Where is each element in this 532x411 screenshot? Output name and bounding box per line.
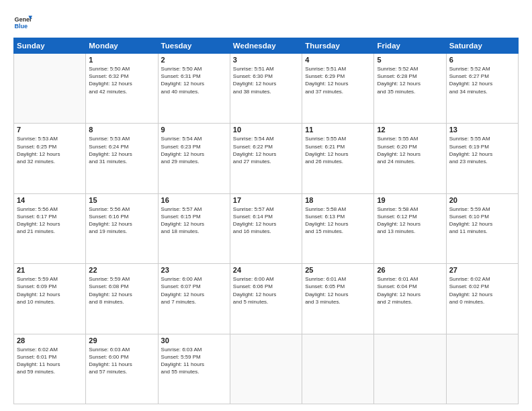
calendar-cell: 11Sunrise: 5:55 AM Sunset: 6:21 PM Dayli… [302,124,374,193]
day-number: 21 [17,266,83,274]
calendar-cell: 21Sunrise: 5:59 AM Sunset: 6:09 PM Dayli… [14,264,86,334]
weekday-header-monday: Monday [86,38,158,54]
page: General Blue SundayMondayTuesdayWednesda… [0,0,532,411]
day-number: 14 [17,196,83,204]
day-number: 16 [161,196,227,204]
weekday-header-tuesday: Tuesday [158,38,230,54]
day-info: Sunrise: 5:59 AM Sunset: 6:09 PM Dayligh… [17,275,83,306]
day-info: Sunrise: 5:55 AM Sunset: 6:20 PM Dayligh… [377,135,443,165]
day-info: Sunrise: 6:03 AM Sunset: 5:59 PM Dayligh… [161,346,227,376]
day-info: Sunrise: 5:53 AM Sunset: 6:25 PM Dayligh… [17,135,83,165]
day-info: Sunrise: 6:03 AM Sunset: 6:00 PM Dayligh… [89,346,154,376]
day-info: Sunrise: 6:00 AM Sunset: 6:07 PM Dayligh… [161,275,227,306]
logo-icon: General Blue [13,12,32,31]
day-info: Sunrise: 5:52 AM Sunset: 6:28 PM Dayligh… [377,65,443,95]
calendar-cell: 28Sunrise: 6:02 AM Sunset: 6:01 PM Dayli… [14,334,86,404]
calendar-week-2: 7Sunrise: 5:53 AM Sunset: 6:25 PM Daylig… [14,124,519,193]
calendar-cell: 8Sunrise: 5:53 AM Sunset: 6:24 PM Daylig… [86,124,158,193]
weekday-header-sunday: Sunday [14,38,86,54]
calendar-cell: 29Sunrise: 6:03 AM Sunset: 6:00 PM Dayli… [86,334,158,404]
calendar-cell: 26Sunrise: 6:01 AM Sunset: 6:04 PM Dayli… [374,264,446,334]
day-number: 25 [305,266,371,274]
day-number: 28 [17,336,83,345]
day-info: Sunrise: 5:54 AM Sunset: 6:22 PM Dayligh… [233,135,299,165]
day-number: 11 [305,126,371,134]
day-number: 10 [233,126,299,134]
day-number: 26 [377,266,443,274]
calendar-cell: 25Sunrise: 6:01 AM Sunset: 6:05 PM Dayli… [302,264,374,334]
day-info: Sunrise: 5:52 AM Sunset: 6:27 PM Dayligh… [449,65,515,95]
day-info: Sunrise: 5:59 AM Sunset: 6:10 PM Dayligh… [449,205,515,236]
calendar-week-4: 21Sunrise: 5:59 AM Sunset: 6:09 PM Dayli… [14,264,519,334]
day-info: Sunrise: 5:59 AM Sunset: 6:08 PM Dayligh… [89,275,154,306]
calendar-cell: 24Sunrise: 6:00 AM Sunset: 6:06 PM Dayli… [230,264,302,334]
calendar-cell: 2Sunrise: 5:50 AM Sunset: 6:31 PM Daylig… [158,54,230,124]
calendar-cell: 19Sunrise: 5:58 AM Sunset: 6:12 PM Dayli… [374,193,446,263]
calendar-cell [14,54,86,124]
calendar-cell: 4Sunrise: 5:51 AM Sunset: 6:29 PM Daylig… [302,54,374,124]
header: General Blue [13,12,519,31]
day-info: Sunrise: 5:50 AM Sunset: 6:31 PM Dayligh… [161,65,227,95]
svg-text:Blue: Blue [14,23,28,30]
calendar-cell: 13Sunrise: 5:55 AM Sunset: 6:19 PM Dayli… [446,124,518,193]
day-info: Sunrise: 5:55 AM Sunset: 6:19 PM Dayligh… [449,135,515,165]
day-info: Sunrise: 5:50 AM Sunset: 6:32 PM Dayligh… [89,65,154,95]
calendar-week-3: 14Sunrise: 5:56 AM Sunset: 6:17 PM Dayli… [14,193,519,263]
weekday-header-thursday: Thursday [302,38,374,54]
day-info: Sunrise: 5:54 AM Sunset: 6:23 PM Dayligh… [161,135,227,165]
day-number: 30 [161,336,227,345]
day-info: Sunrise: 5:51 AM Sunset: 6:29 PM Dayligh… [305,65,371,95]
calendar-cell: 23Sunrise: 6:00 AM Sunset: 6:07 PM Dayli… [158,264,230,334]
day-number: 3 [233,56,299,64]
day-number: 8 [89,126,154,134]
day-number: 12 [377,126,443,134]
calendar-cell [374,334,446,404]
calendar-cell: 9Sunrise: 5:54 AM Sunset: 6:23 PM Daylig… [158,124,230,193]
calendar-cell: 15Sunrise: 5:56 AM Sunset: 6:16 PM Dayli… [86,193,158,263]
day-info: Sunrise: 5:51 AM Sunset: 6:30 PM Dayligh… [233,65,299,95]
calendar-cell: 20Sunrise: 5:59 AM Sunset: 6:10 PM Dayli… [446,193,518,263]
calendar-cell [302,334,374,404]
day-number: 18 [305,196,371,204]
calendar-cell: 22Sunrise: 5:59 AM Sunset: 6:08 PM Dayli… [86,264,158,334]
calendar-week-5: 28Sunrise: 6:02 AM Sunset: 6:01 PM Dayli… [14,334,519,404]
day-info: Sunrise: 6:01 AM Sunset: 6:04 PM Dayligh… [377,275,443,306]
day-number: 1 [89,56,154,64]
calendar-cell: 6Sunrise: 5:52 AM Sunset: 6:27 PM Daylig… [446,54,518,124]
weekday-header-wednesday: Wednesday [230,38,302,54]
day-number: 19 [377,196,443,204]
day-number: 5 [377,56,443,64]
calendar-cell [230,334,302,404]
day-info: Sunrise: 5:56 AM Sunset: 6:17 PM Dayligh… [17,205,83,236]
day-info: Sunrise: 6:02 AM Sunset: 6:01 PM Dayligh… [17,346,83,376]
day-number: 15 [89,196,154,204]
day-number: 7 [17,126,83,134]
day-number: 29 [89,336,154,345]
day-number: 4 [305,56,371,64]
day-info: Sunrise: 5:58 AM Sunset: 6:13 PM Dayligh… [305,205,371,236]
calendar-cell: 17Sunrise: 5:57 AM Sunset: 6:14 PM Dayli… [230,193,302,263]
day-number: 6 [449,56,515,64]
day-number: 24 [233,266,299,274]
calendar-cell: 1Sunrise: 5:50 AM Sunset: 6:32 PM Daylig… [86,54,158,124]
day-number: 22 [89,266,154,274]
day-info: Sunrise: 6:02 AM Sunset: 6:02 PM Dayligh… [449,275,515,306]
calendar-cell: 14Sunrise: 5:56 AM Sunset: 6:17 PM Dayli… [14,193,86,263]
day-number: 9 [161,126,227,134]
weekday-header-friday: Friday [374,38,446,54]
day-info: Sunrise: 5:57 AM Sunset: 6:14 PM Dayligh… [233,205,299,236]
day-info: Sunrise: 5:56 AM Sunset: 6:16 PM Dayligh… [89,205,154,236]
calendar-cell: 3Sunrise: 5:51 AM Sunset: 6:30 PM Daylig… [230,54,302,124]
calendar-cell: 7Sunrise: 5:53 AM Sunset: 6:25 PM Daylig… [14,124,86,193]
day-number: 27 [449,266,515,274]
calendar-cell: 12Sunrise: 5:55 AM Sunset: 6:20 PM Dayli… [374,124,446,193]
calendar-table: SundayMondayTuesdayWednesdayThursdayFrid… [13,38,519,404]
calendar-cell: 16Sunrise: 5:57 AM Sunset: 6:15 PM Dayli… [158,193,230,263]
day-number: 2 [161,56,227,64]
day-info: Sunrise: 5:57 AM Sunset: 6:15 PM Dayligh… [161,205,227,236]
calendar-cell: 5Sunrise: 5:52 AM Sunset: 6:28 PM Daylig… [374,54,446,124]
day-number: 20 [449,196,515,204]
calendar-cell: 10Sunrise: 5:54 AM Sunset: 6:22 PM Dayli… [230,124,302,193]
day-number: 23 [161,266,227,274]
day-info: Sunrise: 5:58 AM Sunset: 6:12 PM Dayligh… [377,205,443,236]
